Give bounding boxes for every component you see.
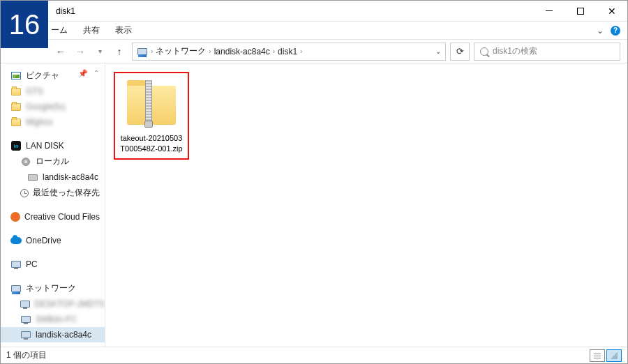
search-icon: [480, 47, 488, 56]
nav-network[interactable]: ネットワーク: [1, 280, 105, 296]
maximize-button[interactable]: [565, 1, 596, 21]
navigation-pane[interactable]: 📌 ⌃ ピクチャ GTS Google(fu) Mighco io LAN DI…: [1, 63, 105, 347]
view-large-icons-button[interactable]: [606, 349, 622, 362]
search-placeholder: disk1の検索: [493, 45, 537, 57]
search-input[interactable]: disk1の検索: [474, 43, 620, 61]
nav-pictures[interactable]: ピクチャ: [1, 68, 105, 84]
view-details-button[interactable]: [590, 349, 605, 362]
status-bar: 1 個の項目: [1, 347, 627, 363]
nav-label: Google(fu): [26, 102, 66, 112]
pin-icon[interactable]: 📌: [78, 69, 88, 78]
nav-up-button[interactable]: ↑: [111, 43, 128, 60]
main-area: 📌 ⌃ ピクチャ GTS Google(fu) Mighco io LAN DI…: [1, 63, 627, 347]
breadcrumb-network[interactable]: ネットワーク: [156, 45, 206, 57]
nav-label: LAN DISK: [26, 141, 64, 151]
onedrive-icon: [10, 235, 22, 246]
nav-label: 最近使った保存先: [33, 187, 100, 199]
window-titlebar: ▼ disk1 ✕: [1, 1, 627, 22]
refresh-button[interactable]: ⟳: [450, 43, 470, 61]
nav-back-button[interactable]: ←: [52, 43, 69, 60]
address-dropdown-icon[interactable]: ⌄: [435, 47, 441, 55]
nav-network-host-selected[interactable]: landisk-ac8a4c: [1, 327, 105, 342]
computer-icon: [20, 298, 30, 310]
nav-label: OneDrive: [26, 236, 61, 245]
clock-icon: [20, 188, 29, 199]
nav-label: ローカル: [36, 156, 69, 167]
drive-icon: [27, 172, 38, 183]
file-item-zip[interactable]: takeout-20210503T000548Z-001.zip: [114, 72, 189, 160]
computer-icon: [20, 329, 31, 340]
disk-icon: [20, 156, 31, 167]
tab-home[interactable]: ーム: [51, 24, 68, 36]
nav-label: landisk-ac8a4c: [43, 172, 98, 182]
nav-quick-item[interactable]: Google(fu): [1, 99, 105, 114]
ribbon-expand-icon[interactable]: ⌄: [597, 26, 604, 36]
chevron-right-icon[interactable]: ›: [209, 47, 211, 55]
close-button[interactable]: ✕: [596, 1, 627, 21]
zip-file-icon: [124, 80, 179, 128]
chevron-right-icon[interactable]: ›: [151, 47, 153, 55]
nav-recent[interactable]: 最近使った保存先: [1, 185, 105, 201]
scroll-up-icon[interactable]: ⌃: [94, 69, 99, 77]
nav-landisk-host[interactable]: landisk-ac8a4c: [1, 169, 105, 185]
tab-share[interactable]: 共有: [83, 24, 100, 36]
address-bar[interactable]: › ネットワーク › landisk-ac8a4c › disk1 › ⌄: [132, 43, 446, 61]
network-icon: [10, 283, 22, 294]
chevron-right-icon[interactable]: ›: [273, 47, 275, 55]
file-name-label: takeout-20210503T000548Z-001.zip: [119, 133, 184, 154]
folder-icon: [10, 116, 22, 128]
nav-label: ネットワーク: [26, 282, 76, 294]
folder-icon: [10, 101, 22, 112]
nav-label: PC: [26, 259, 38, 269]
nav-local[interactable]: ローカル: [1, 153, 105, 169]
minimize-button[interactable]: [533, 1, 565, 21]
breadcrumb-host[interactable]: landisk-ac8a4c: [214, 47, 270, 56]
window-title: disk1: [56, 6, 75, 16]
nav-onedrive[interactable]: OneDrive: [1, 233, 105, 248]
tab-view[interactable]: 表示: [115, 24, 132, 36]
nav-network-host[interactable]: SMBdn-FC: [1, 312, 105, 327]
ribbon-tabs: ーム 共有 表示 ⌄ ?: [1, 22, 627, 40]
nav-label: GTS: [26, 86, 43, 96]
pc-icon: [10, 259, 22, 270]
nav-creative-cloud[interactable]: Creative Cloud Files: [1, 209, 105, 225]
nav-label: DESKTOP-JMDTS: [34, 299, 105, 309]
nav-label: SMBdn-FC: [36, 314, 77, 324]
nav-history-dropdown[interactable]: ▾: [91, 43, 108, 60]
nav-label: Mighco: [26, 117, 53, 127]
step-number-overlay: 16: [1, 1, 48, 48]
file-list-area[interactable]: takeout-20210503T000548Z-001.zip: [105, 63, 627, 347]
nav-network-host[interactable]: DESKTOP-JMDTS: [1, 296, 105, 312]
nav-quick-item[interactable]: GTS: [1, 84, 105, 99]
help-icon[interactable]: ?: [611, 26, 620, 36]
address-network-icon: [137, 46, 148, 57]
folder-icon: [10, 86, 22, 97]
item-count-label: 1 個の項目: [6, 349, 47, 361]
nav-label: ピクチャ: [26, 70, 59, 82]
landisk-icon: io: [10, 140, 22, 151]
nav-label: Creative Cloud Files: [24, 212, 100, 222]
creative-cloud-icon: [10, 211, 20, 222]
nav-landisk[interactable]: io LAN DISK: [1, 138, 105, 153]
nav-forward-button[interactable]: →: [72, 43, 89, 60]
nav-label: landisk-ac8a4c: [36, 330, 91, 340]
computer-icon: [20, 314, 31, 325]
chevron-right-icon[interactable]: ›: [300, 47, 302, 55]
nav-pc[interactable]: PC: [1, 257, 105, 272]
nav-quick-item[interactable]: Mighco: [1, 114, 105, 130]
address-bar-row: ← → ▾ ↑ › ネットワーク › landisk-ac8a4c › disk…: [1, 40, 627, 63]
breadcrumb-folder[interactable]: disk1: [278, 47, 297, 56]
pictures-icon: [10, 70, 22, 82]
